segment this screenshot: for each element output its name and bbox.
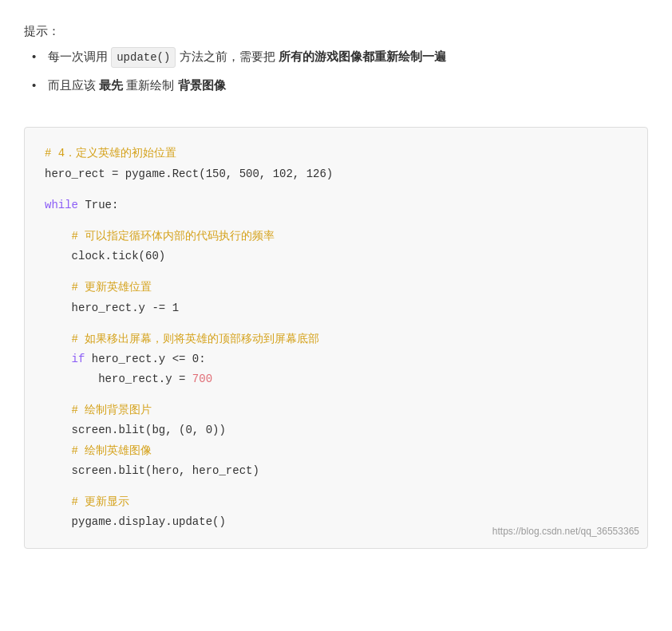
code-empty-6: [45, 481, 627, 492]
tips-title: 提示：: [24, 24, 648, 39]
code-line-5: if hero_rect.y <= 0:: [45, 349, 627, 369]
tip2-middle: 重新绘制: [126, 78, 177, 92]
code-line-7: screen.blit(bg, (0, 0)): [45, 420, 627, 440]
code-empty-4: [45, 318, 627, 329]
tip2-bold1: 最先: [99, 78, 123, 92]
code-empty-1: [45, 184, 627, 195]
tip-item-1: 每一次调用 update() 方法之前，需要把 所有的游戏图像都重新绘制一遍: [32, 47, 648, 68]
tips-list: 每一次调用 update() 方法之前，需要把 所有的游戏图像都重新绘制一遍 而…: [24, 47, 648, 95]
watermark: https://blog.csdn.net/qq_36553365: [492, 523, 639, 541]
code-block: # 4．定义英雄的初始位置 hero_rect = pygame.Rect(15…: [24, 127, 648, 549]
code-line-6: hero_rect.y = 700: [45, 369, 627, 389]
code-line-3: clock.tick(60): [45, 246, 627, 266]
code-line-comment2: # 更新英雄位置: [45, 278, 627, 298]
code-line-2: hero_rect = pygame.Rect(150, 500, 102, 1…: [45, 164, 627, 184]
code-line-8: screen.blit(hero, hero_rect): [45, 461, 627, 481]
tips-section: 提示： 每一次调用 update() 方法之前，需要把 所有的游戏图像都重新绘制…: [24, 16, 648, 111]
code-empty-5: [45, 389, 627, 400]
code-while-rest: True:: [78, 199, 118, 211]
code-line-comment1: # 可以指定循环体内部的代码执行的频率: [45, 227, 627, 246]
code-line-comment3: # 如果移出屏幕，则将英雄的顶部移动到屏幕底部: [45, 329, 627, 349]
code-empty-2: [45, 215, 627, 227]
number-700: 700: [192, 373, 212, 385]
code-line-comment4: # 绘制背景图片: [45, 400, 627, 420]
keyword-while: while: [45, 199, 78, 211]
keyword-if: if: [72, 353, 85, 365]
code-line-1: # 4．定义英雄的初始位置: [45, 144, 627, 164]
code-line-while: while True:: [45, 195, 627, 215]
tip1-prefix: 每一次调用: [48, 49, 111, 63]
code-line-4: hero_rect.y -= 1: [45, 298, 627, 318]
code-line-comment5: # 绘制英雄图像: [45, 441, 627, 461]
tip2-prefix: 而且应该: [48, 78, 99, 92]
tip-item-2: 而且应该 最先 重新绘制 背景图像: [32, 76, 648, 95]
tip1-code: update(): [111, 47, 176, 68]
tip1-bold: 所有的游戏图像都重新绘制一遍: [279, 49, 446, 63]
page-container: 提示： 每一次调用 update() 方法之前，需要把 所有的游戏图像都重新绘制…: [0, 0, 672, 565]
code-line-comment6: # 更新显示: [45, 492, 627, 512]
code-empty-3: [45, 266, 627, 278]
tip2-bold2: 背景图像: [178, 78, 226, 92]
tip1-middle: 方法之前，需要把: [180, 49, 279, 63]
